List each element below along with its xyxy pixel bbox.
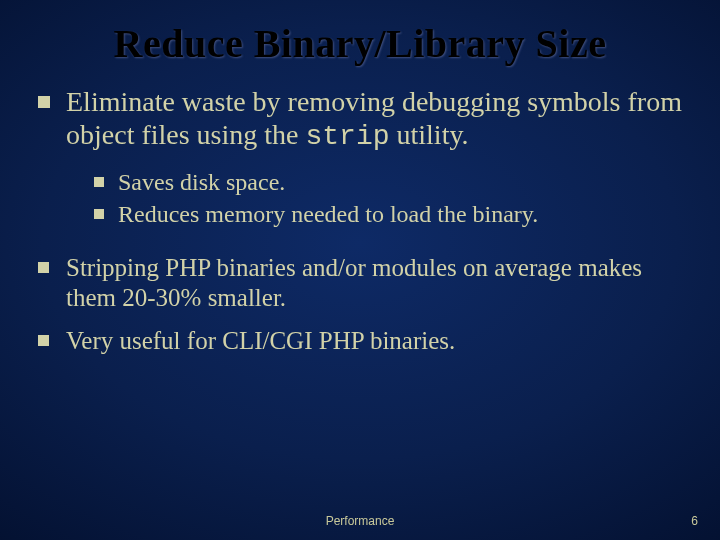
bullet-list-level2: Saves disk space. Reduces memory needed … xyxy=(88,167,690,229)
bullet-1-code: strip xyxy=(306,121,390,152)
slide-title: Reduce Binary/Library Size xyxy=(0,0,720,75)
bullet-1: Eliminate waste by removing debugging sy… xyxy=(30,85,690,229)
bullet-1-text-post: utility. xyxy=(390,119,469,150)
slide: Reduce Binary/Library Size Eliminate was… xyxy=(0,0,720,540)
bullet-1-sub-2: Reduces memory needed to load the binary… xyxy=(88,199,690,229)
page-number: 6 xyxy=(691,514,698,528)
bullet-2: Stripping PHP binaries and/or modules on… xyxy=(30,253,690,312)
slide-content: Eliminate waste by removing debugging sy… xyxy=(0,75,720,356)
bullet-list-level1: Eliminate waste by removing debugging sy… xyxy=(30,85,690,356)
bullet-3: Very useful for CLI/CGI PHP binaries. xyxy=(30,326,690,356)
footer-label: Performance xyxy=(0,514,720,528)
bullet-1-sub-1: Saves disk space. xyxy=(88,167,690,197)
